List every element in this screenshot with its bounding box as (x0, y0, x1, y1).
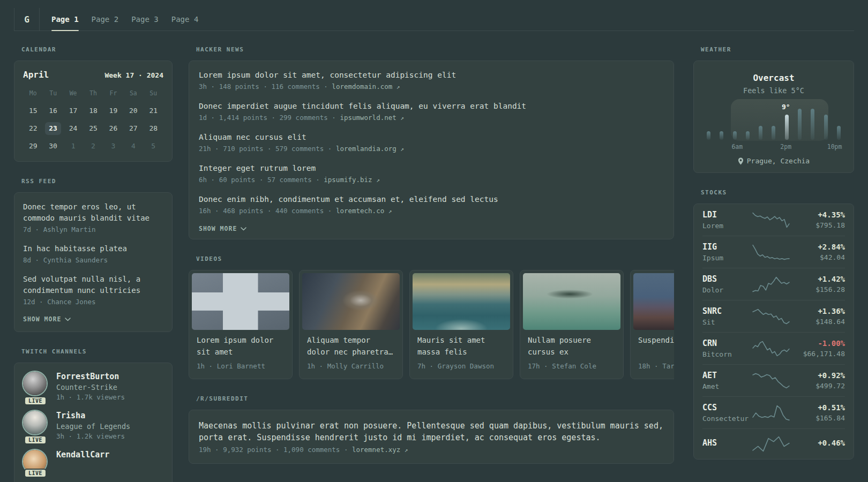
calendar-day[interactable]: 4 (125, 140, 141, 153)
calendar-day[interactable]: 1 (65, 140, 81, 153)
stock-symbol[interactable]: AHS (702, 438, 750, 448)
rss-item[interactable]: Donec tempor eros leo, ut commodo mauris… (23, 201, 163, 234)
twitch-channel-row[interactable]: LIVE KendallCarr (23, 450, 163, 473)
calendar-day[interactable]: 28 (145, 122, 161, 135)
tab-page-3[interactable]: Page 3 (131, 8, 159, 31)
hn-item-title[interactable]: Aliquam nec cursus elit (199, 132, 664, 143)
calendar-day[interactable]: 30 (45, 140, 61, 153)
calendar-day[interactable]: 22 (25, 122, 41, 135)
twitch-channel-row[interactable]: LIVE ForrestBurton Counter-Strike 1h · 1… (23, 372, 163, 401)
hn-item-domain[interactable]: loremtech.co (336, 207, 384, 215)
video-thumbnail[interactable] (523, 273, 620, 330)
stock-row[interactable]: AHS +0.46% (702, 428, 845, 459)
stock-row[interactable]: CCSConsectetur +0.51%$165.84 (702, 396, 845, 428)
tab-page-1[interactable]: Page 1 (51, 8, 79, 31)
calendar-day[interactable]: 17 (65, 104, 81, 117)
rss-item-title[interactable]: Sed volutpat nulla nisl, a condimentum n… (23, 274, 163, 296)
hn-show-more-button[interactable]: SHOW MORE (199, 225, 664, 232)
hn-item[interactable]: Aliquam nec cursus elit 21h · 710 points… (199, 132, 664, 153)
videos-section-label: VIDEOS (196, 255, 674, 262)
video-thumbnail[interactable] (302, 273, 400, 330)
calendar-day[interactable]: 27 (125, 122, 141, 135)
video-title[interactable]: Aliquam tempor dolor nec pharetra… (307, 335, 395, 358)
stock-symbol[interactable]: SNRC (702, 306, 750, 316)
video-title[interactable]: Nullam posuere cursus ex (528, 335, 616, 358)
hn-item-domain[interactable]: loremlandia.org (336, 145, 396, 153)
hn-meta-text: 6h · 60 points · 57 comments · (199, 176, 324, 184)
hn-item-title[interactable]: Integer eget rutrum lorem (199, 163, 664, 174)
twitch-channel-row[interactable]: LIVE Trisha League of Legends 3h · 1.2k … (23, 411, 163, 440)
stock-symbol[interactable]: LDI (702, 210, 750, 220)
stock-row[interactable]: IIGIpsum +2.84%$42.04 (702, 236, 845, 268)
hn-item[interactable]: Integer eget rutrum lorem 6h · 60 points… (199, 163, 664, 184)
video-title[interactable]: Mauris sit amet massa felis (417, 335, 505, 358)
calendar-day[interactable]: 3 (105, 140, 121, 153)
twitch-channel-name[interactable]: ForrestBurton (56, 372, 125, 381)
calendar-weekday: Sa (123, 89, 143, 97)
calendar-day[interactable]: 19 (105, 104, 121, 117)
hn-item-domain[interactable]: loremdomain.com (332, 82, 392, 91)
video-thumbnail[interactable] (633, 273, 674, 330)
app-logo[interactable]: G (14, 8, 40, 31)
stock-symbol[interactable]: CRN (702, 338, 750, 348)
rss-item-title[interactable]: Donec tempor eros leo, ut commodo mauris… (23, 201, 163, 224)
calendar-day[interactable]: 5 (145, 140, 161, 153)
video-card[interactable]: Aliquam tempor dolor nec pharetra… 1h · … (299, 270, 403, 379)
hacker-news-section-label: HACKER NEWS (196, 46, 674, 53)
hn-item[interactable]: Donec enim nibh, condimentum et accumsan… (199, 194, 664, 215)
calendar-day[interactable]: 2 (85, 140, 101, 153)
calendar-day[interactable]: 23 (45, 122, 61, 135)
calendar-day[interactable]: 29 (25, 140, 41, 153)
stock-row[interactable]: DBSDolor +1.42%$156.28 (702, 268, 845, 300)
rss-item[interactable]: Sed volutpat nulla nisl, a condimentum n… (23, 274, 163, 306)
stock-row[interactable]: SNRCSit +1.36%$148.64 (702, 300, 845, 332)
twitch-section-label: TWITCH CHANNELS (21, 348, 173, 355)
hn-item-domain[interactable]: ipsumify.biz (324, 176, 372, 184)
video-meta: 18h · Tara (638, 362, 674, 370)
calendar-day[interactable]: 25 (85, 122, 101, 135)
video-card[interactable]: Mauris sit amet massa felis 7h · Grayson… (409, 270, 513, 379)
rss-item[interactable]: In hac habitasse platea 8d · Cynthia Sau… (23, 243, 163, 264)
video-thumbnail[interactable] (413, 273, 510, 330)
tab-page-2[interactable]: Page 2 (92, 8, 119, 31)
rss-item-title[interactable]: In hac habitasse platea (23, 243, 163, 254)
calendar-day[interactable]: 18 (85, 104, 101, 117)
stock-row[interactable]: CRNBitcorn -1.00%$66,171.48 (702, 332, 845, 364)
hn-item[interactable]: Lorem ipsum dolor sit amet, consectetur … (199, 70, 664, 91)
calendar-weekday: Mo (23, 89, 43, 97)
stock-symbol[interactable]: DBS (702, 274, 750, 284)
twitch-channel-name[interactable]: KendallCarr (56, 450, 109, 460)
tab-page-4[interactable]: Page 4 (171, 8, 199, 31)
hn-item-title[interactable]: Donec enim nibh, condimentum et accumsan… (199, 194, 664, 205)
calendar-day[interactable]: 20 (125, 104, 141, 117)
hn-item-title[interactable]: Donec imperdiet augue tincidunt felis al… (199, 101, 664, 112)
stock-symbol[interactable]: AET (702, 371, 750, 380)
stock-row[interactable]: LDILorem +4.35%$795.18 (702, 204, 845, 236)
reddit-post-title[interactable]: Maecenas mollis pulvinar erat non posuer… (199, 420, 664, 443)
hn-item[interactable]: Donec imperdiet augue tincidunt felis al… (199, 101, 664, 122)
stock-row[interactable]: AETAmet +0.92%$499.72 (702, 364, 845, 396)
video-title[interactable]: Suspendisse diam (638, 335, 674, 358)
video-thumbnail[interactable] (192, 273, 289, 330)
calendar-day[interactable]: 21 (145, 104, 161, 117)
hn-item-meta: 1d · 1,414 points · 299 comments · ipsum… (199, 114, 664, 122)
right-column: WEATHER Overcast Feels like 5°C 9° 6am2p… (693, 46, 854, 482)
stock-symbol[interactable]: IIG (702, 242, 750, 252)
video-card[interactable]: Suspendisse diam 18h · Tara (630, 270, 674, 379)
weather-location[interactable]: Prague, Czechia (747, 157, 810, 165)
calendar-day[interactable]: 15 (25, 104, 41, 117)
video-card[interactable]: Lorem ipsum dolor sit amet consectetu… 1… (189, 270, 293, 379)
hn-item-domain[interactable]: ipsumworld.net (340, 114, 396, 122)
stock-symbol[interactable]: CCS (702, 403, 750, 412)
twitch-channel-name[interactable]: Trisha (56, 411, 130, 420)
calendar-day[interactable]: 24 (65, 122, 81, 135)
weather-bar (785, 115, 789, 140)
reddit-post-domain[interactable]: loremnet.xyz (352, 446, 400, 454)
rss-show-more-button[interactable]: SHOW MORE (23, 315, 163, 323)
calendar-day[interactable]: 16 (45, 104, 61, 117)
calendar-day[interactable]: 26 (105, 122, 121, 135)
hn-item-title[interactable]: Lorem ipsum dolor sit amet, consectetur … (199, 70, 664, 81)
twitch-avatar-wrap: LIVE (23, 450, 48, 473)
video-card[interactable]: Nullam posuere cursus ex 17h · Stefan Co… (520, 270, 624, 379)
video-title[interactable]: Lorem ipsum dolor sit amet consectetu… (197, 335, 285, 358)
